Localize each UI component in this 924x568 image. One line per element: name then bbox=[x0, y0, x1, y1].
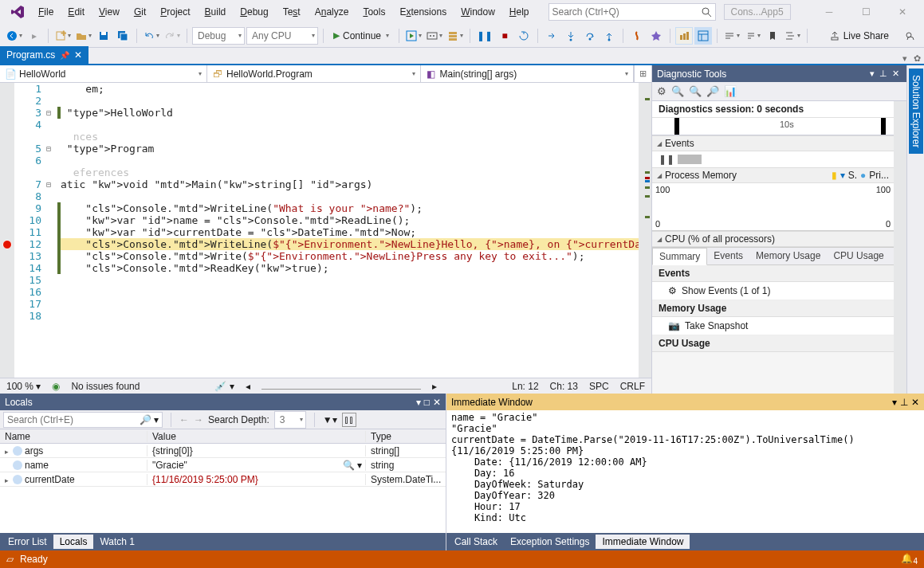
redo-button[interactable] bbox=[163, 27, 182, 45]
thread-combo[interactable] bbox=[425, 27, 444, 45]
issues-label[interactable]: No issues found bbox=[71, 381, 140, 392]
tab-error-list[interactable]: Error List bbox=[2, 535, 53, 549]
diag-pin-icon[interactable]: ⊥ bbox=[877, 69, 890, 79]
locals-row[interactable]: ▸currentDate{11/16/2019 5:25:00 PM}Syste… bbox=[0, 472, 446, 487]
columns-icon[interactable]: ⫿⫿ bbox=[342, 413, 356, 427]
nav-namespace-combo[interactable]: 📄HelloWorld bbox=[0, 65, 207, 82]
ins-label[interactable]: SPC bbox=[589, 381, 609, 392]
bookmark-button[interactable] bbox=[764, 27, 781, 45]
pause-button[interactable]: ❚❚ bbox=[475, 27, 494, 45]
menu-project[interactable]: Project bbox=[154, 3, 196, 21]
menu-view[interactable]: View bbox=[92, 3, 126, 21]
settings-icon[interactable]: ⚙ bbox=[657, 85, 666, 97]
close-icon[interactable]: ✕ bbox=[74, 49, 82, 61]
doc-dropdown[interactable]: ▾ bbox=[899, 53, 910, 64]
chart-icon[interactable]: 📊 bbox=[724, 85, 737, 97]
menu-file[interactable]: File bbox=[32, 3, 60, 21]
quick-launch-search[interactable] bbox=[549, 3, 716, 21]
events-section-header[interactable]: Events bbox=[652, 135, 894, 151]
immediate-output[interactable]: name = "Gracie" "Gracie" currentDate = D… bbox=[446, 410, 924, 533]
step-over-button[interactable] bbox=[581, 27, 599, 45]
filter-icon[interactable]: ▼▾ bbox=[323, 414, 337, 425]
show-next-statement-button[interactable] bbox=[543, 27, 560, 45]
split-editor-button[interactable]: ⊞ bbox=[634, 65, 651, 82]
toggle-a-button[interactable] bbox=[675, 27, 693, 45]
comment-button[interactable] bbox=[722, 27, 741, 45]
nav-prev-icon[interactable]: ← bbox=[179, 414, 189, 425]
intellicode-button[interactable] bbox=[647, 27, 665, 45]
step-out-button[interactable] bbox=[600, 27, 618, 45]
stop-button[interactable]: ■ bbox=[496, 27, 513, 45]
menu-window[interactable]: Window bbox=[454, 3, 501, 21]
step-into-button[interactable] bbox=[562, 27, 580, 45]
nav-method-combo[interactable]: ◧Main(string[] args) bbox=[421, 65, 635, 82]
memory-section-header[interactable]: Process Memory ▮ ▾S. ●Pri... bbox=[652, 167, 894, 183]
nav-forward-button[interactable]: ▸ bbox=[26, 27, 43, 45]
pin-icon[interactable]: 📌 bbox=[60, 51, 69, 60]
new-project-button[interactable]: ✚ bbox=[53, 27, 73, 45]
timeline-ruler[interactable]: 10s bbox=[652, 118, 894, 135]
solution-explorer-tab[interactable]: Solution Explorer bbox=[909, 69, 923, 154]
maximize-button[interactable]: ☐ bbox=[855, 6, 876, 18]
locals-search-input[interactable] bbox=[7, 414, 140, 425]
menu-test[interactable]: Test bbox=[277, 3, 307, 21]
restart-button[interactable] bbox=[515, 27, 533, 45]
save-all-button[interactable] bbox=[114, 27, 132, 45]
memory-graph[interactable]: 100100 00 bbox=[652, 183, 894, 231]
immediate-close-icon[interactable]: ✕ bbox=[911, 397, 919, 408]
document-tab-program[interactable]: Program.cs 📌 ✕ bbox=[0, 46, 88, 64]
save-button[interactable] bbox=[95, 27, 112, 45]
h-scrollbar[interactable] bbox=[261, 389, 421, 390]
menu-tools[interactable]: Tools bbox=[356, 3, 391, 21]
zoom-in-icon[interactable]: 🔍 bbox=[671, 85, 684, 97]
tab-callstack[interactable]: Call Stack bbox=[448, 535, 504, 549]
diag-tab-memory[interactable]: Memory Usage bbox=[749, 248, 827, 264]
eol-label[interactable]: CRLF bbox=[620, 381, 645, 392]
cpu-section-header[interactable]: CPU (% of all processors) bbox=[652, 231, 894, 247]
notifications-button[interactable]: 🔔4 bbox=[901, 553, 918, 566]
locals-grid[interactable]: NameValueType▸args{string[0]}string[]nam… bbox=[0, 429, 446, 533]
menu-debug[interactable]: Debug bbox=[234, 3, 274, 21]
feedback-button[interactable] bbox=[902, 27, 919, 45]
nav-tool[interactable]: 💉 ▾ bbox=[214, 381, 234, 392]
platform-combo[interactable]: Any CPU bbox=[246, 27, 318, 45]
diag-close-icon[interactable]: ✕ bbox=[890, 69, 902, 79]
minimize-button[interactable]: ─ bbox=[819, 6, 839, 18]
nav-left[interactable]: ◂ bbox=[246, 381, 250, 392]
nav-right[interactable]: ▸ bbox=[432, 381, 437, 392]
zoom-combo[interactable]: 100 % ▾ bbox=[6, 381, 41, 392]
uncomment-button[interactable] bbox=[743, 27, 762, 45]
col-label[interactable]: Ch: 13 bbox=[550, 381, 578, 392]
search-input[interactable] bbox=[552, 6, 701, 18]
config-combo[interactable]: Debug bbox=[192, 27, 245, 45]
menu-analyze[interactable]: Analyze bbox=[309, 3, 356, 21]
close-button[interactable]: ✕ bbox=[892, 6, 913, 18]
format-button[interactable] bbox=[783, 27, 802, 45]
diag-tab-summary[interactable]: Summary bbox=[652, 248, 707, 265]
diag-tab-cpu[interactable]: CPU Usage bbox=[827, 248, 890, 264]
process-combo[interactable] bbox=[404, 27, 423, 45]
doc-settings-icon[interactable]: ✿ bbox=[910, 53, 924, 64]
continue-button[interactable]: ▶Continue bbox=[328, 27, 394, 45]
menu-build[interactable]: Build bbox=[199, 3, 233, 21]
zoom-reset-icon[interactable]: 🔍 bbox=[689, 85, 702, 97]
locals-search[interactable]: 🔎 ▾ bbox=[3, 412, 163, 428]
depth-combo[interactable]: 3 bbox=[274, 411, 306, 429]
menu-extensions[interactable]: Extensions bbox=[393, 3, 453, 21]
menu-git[interactable]: Git bbox=[128, 3, 152, 21]
undo-button[interactable] bbox=[142, 27, 161, 45]
tab-immediate[interactable]: Immediate Window bbox=[596, 535, 690, 549]
locals-row[interactable]: name"Gracie"🔍 ▾string bbox=[0, 458, 446, 472]
code-editor[interactable]: 123456789101112131415161718⊟⊟⊟ em; "type… bbox=[0, 83, 651, 378]
diag-tab-events[interactable]: Events bbox=[707, 248, 749, 264]
liveshare-button[interactable]: Live Share bbox=[824, 30, 894, 41]
tab-exception[interactable]: Exception Settings bbox=[504, 535, 596, 549]
stackframe-combo[interactable] bbox=[446, 27, 465, 45]
tab-watch[interactable]: Watch 1 bbox=[93, 535, 141, 549]
nav-back-button[interactable] bbox=[5, 27, 24, 45]
menu-edit[interactable]: Edit bbox=[61, 3, 91, 21]
menu-help[interactable]: Help bbox=[503, 3, 536, 21]
open-file-button[interactable] bbox=[74, 27, 93, 45]
line-label[interactable]: Ln: 12 bbox=[512, 381, 538, 392]
diag-dropdown-icon[interactable]: ▾ bbox=[867, 69, 877, 79]
